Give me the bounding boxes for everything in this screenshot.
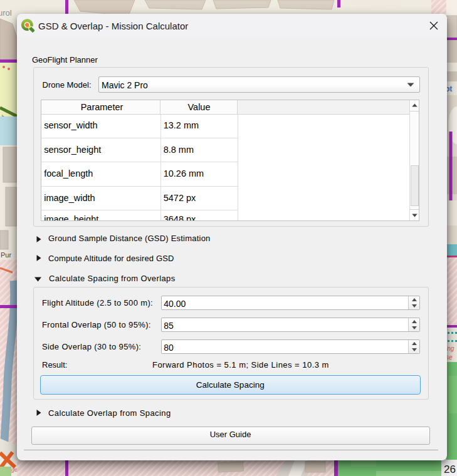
- svg-text:ge: ge: [11, 467, 18, 473]
- svg-text:26: 26: [444, 463, 456, 475]
- svg-text:urol: urol: [0, 8, 12, 18]
- svg-text:Pur: Pur: [1, 251, 11, 259]
- svg-text:ing: ing: [446, 345, 454, 352]
